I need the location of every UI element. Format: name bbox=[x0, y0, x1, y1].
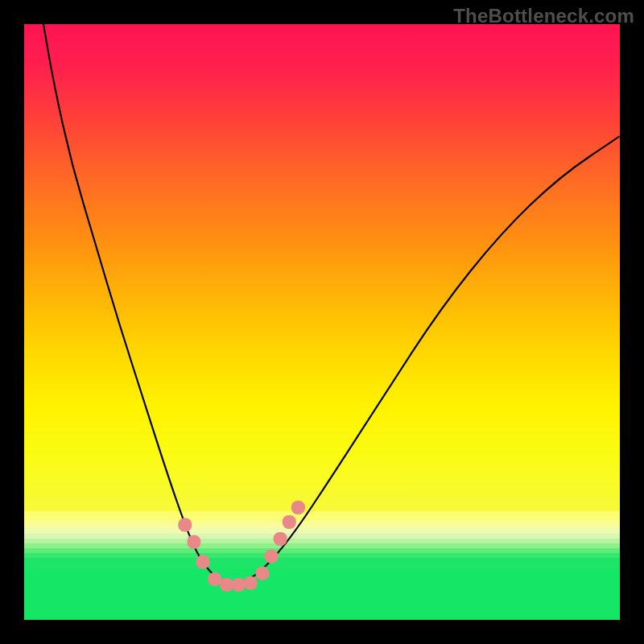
band-green-base bbox=[24, 569, 620, 620]
band-pale-yellow bbox=[24, 511, 620, 521]
band-green-4 bbox=[24, 558, 620, 569]
band-cream-2 bbox=[24, 528, 620, 534]
band-cream bbox=[24, 521, 620, 528]
gradient-background bbox=[24, 24, 620, 511]
plot-area bbox=[24, 24, 620, 620]
watermark-text: TheBottleneck.com bbox=[453, 5, 634, 27]
